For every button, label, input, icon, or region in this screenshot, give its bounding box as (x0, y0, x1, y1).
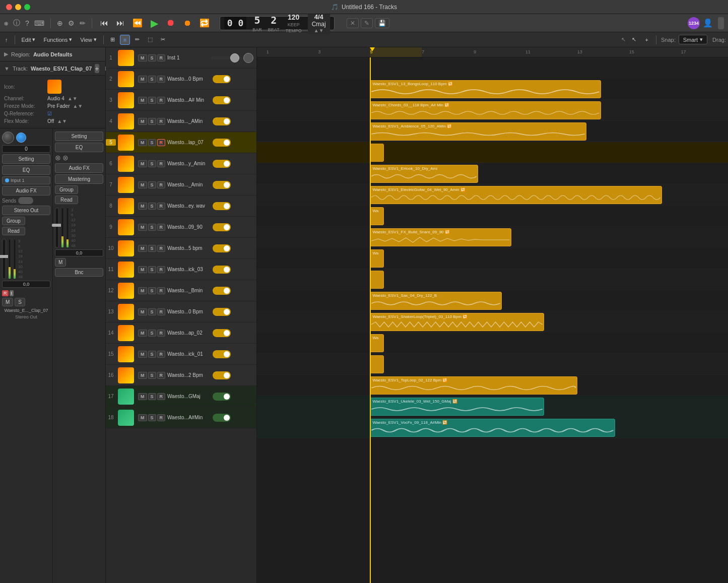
window-controls[interactable] (6, 4, 30, 10)
mute-16[interactable]: M (138, 372, 147, 379)
track-row[interactable]: 17 M S R Waesto...GMaj (106, 386, 256, 407)
setting-button-right[interactable]: Setting (55, 132, 103, 141)
solo-12[interactable]: S (148, 287, 156, 294)
clip-10[interactable]: Wa (370, 249, 384, 268)
mute-7[interactable]: M (138, 181, 147, 188)
view-menu-button[interactable]: View ▾ (77, 35, 100, 44)
mute-button-left[interactable]: M (2, 298, 13, 306)
rec-6[interactable]: R (157, 160, 166, 167)
fader-right[interactable] (55, 208, 59, 248)
track-row[interactable]: 4 M S R Waesto..._AMin (106, 111, 256, 132)
clip-6[interactable]: Waesto_ESV1_EHook_10_Dry_Ami (370, 165, 478, 183)
rec-8[interactable]: R (157, 203, 166, 210)
track-icon-thumbnail[interactable] (47, 80, 61, 94)
pencil-icon-btn[interactable]: ✎ (361, 18, 373, 28)
qref-checkbox[interactable]: ☑ (47, 111, 52, 116)
track-row[interactable]: 16 M S R Waesto...2 Bpm (106, 365, 256, 386)
metronome-icon[interactable]: ⊕ (57, 19, 63, 27)
rewind-button[interactable]: ⏮ (98, 18, 110, 29)
track-row-selected[interactable]: 5 M S R Waesto...lap_07 (106, 132, 256, 153)
close-icon-btn[interactable]: ✕ (347, 18, 359, 28)
track-toggle-12[interactable] (213, 287, 231, 295)
list-view-button[interactable]: ≡ (120, 35, 130, 45)
up-arrow-button[interactable]: ↑ (2, 35, 11, 44)
rec-9[interactable]: R (157, 224, 166, 231)
track-toggle-17[interactable] (213, 393, 231, 401)
track-toggle-14[interactable] (213, 329, 231, 337)
clip-12[interactable]: Waesto_ESV1_Sax_04_Dry_122_B (370, 292, 502, 310)
track-row[interactable]: 14 M S R Waesto...ap_02 (106, 322, 256, 344)
timeline-ruler[interactable]: 1 3 5 7 9 11 13 15 17 (257, 47, 728, 57)
arrange-track-16[interactable]: Waesto_ESV1_TopLoop_02_122 Bpm 🔁 (257, 375, 728, 396)
track-toggle-6[interactable] (213, 160, 231, 168)
track-row[interactable]: 12 M S R Waesto..._Bmin (106, 280, 256, 301)
audiofx-button-left[interactable]: Audio FX (2, 186, 50, 196)
solo-6[interactable]: S (148, 160, 156, 167)
eq-button-left[interactable]: EQ (2, 165, 50, 175)
link-icon[interactable]: ⊗ (55, 154, 61, 162)
clip-5[interactable] (370, 144, 384, 162)
track-row[interactable]: 6 M S R Waesto...y_Amin (106, 153, 256, 174)
fader-left[interactable] (2, 239, 6, 279)
rec-17[interactable]: R (157, 393, 166, 400)
rec-16[interactable]: R (157, 372, 166, 379)
audiofx-button-right[interactable]: Audio FX (55, 163, 103, 173)
rec-12[interactable]: R (157, 287, 166, 294)
add-mode-button[interactable]: + (642, 35, 651, 44)
keyboard-icon[interactable]: ⌨ (34, 19, 44, 27)
mute-4[interactable]: M (138, 118, 147, 125)
rec-10[interactable]: R (157, 245, 166, 252)
close-button[interactable] (6, 4, 12, 10)
read-button-right[interactable]: Read (55, 196, 78, 204)
track-row[interactable]: 1 M S R Inst 1 (106, 47, 256, 69)
functions-menu-button[interactable]: Functions ▾ (40, 35, 75, 44)
track-row[interactable]: 8 M S R Waesto...ey. wav (106, 196, 256, 217)
mute-15[interactable]: M (138, 351, 147, 358)
track-row[interactable]: 10 M S R Waesto...5 bpm (106, 238, 256, 259)
clip-11[interactable] (370, 271, 384, 289)
arrange-track-4[interactable]: Waesto_ESV1_Ambience_05_120_AMin 🔁 (257, 121, 728, 142)
arrange-track-9[interactable]: Waesto_ESV1_FX_Build_Snare_09_90 🔁 (257, 227, 728, 248)
mute-18[interactable]: M (138, 414, 147, 421)
solo-3[interactable]: S (148, 97, 156, 104)
rec-4[interactable]: R (157, 118, 166, 125)
fader-handle-right[interactable] (52, 224, 62, 227)
volume-knob-left[interactable] (2, 132, 14, 144)
user-avatar[interactable]: 1234 (688, 17, 700, 29)
rec-3[interactable]: R (157, 97, 166, 104)
grid-view-button[interactable]: ⊞ (107, 35, 118, 44)
mute-8[interactable]: M (138, 203, 147, 210)
clip-15[interactable] (370, 355, 384, 373)
info-icon[interactable]: ⓘ (13, 19, 20, 28)
solo-7[interactable]: S (148, 181, 156, 188)
region-header[interactable]: ▶ Region: Audio Defaults (0, 47, 105, 61)
rec-13[interactable]: R (157, 308, 166, 315)
arrange-track-13[interactable]: Waesto_ESV1_ShakerLoop(Triplet)_03_110 B… (257, 311, 728, 333)
solo-8[interactable]: S (148, 203, 156, 210)
snap-value-selector[interactable]: Smart ▾ (679, 35, 707, 44)
arrange-track-1[interactable] (257, 57, 728, 79)
solo-10[interactable]: S (148, 245, 156, 252)
clip-4[interactable]: Waesto_ESV1_Ambience_05_120_AMin 🔁 (370, 122, 586, 141)
solo-18[interactable]: S (148, 414, 156, 421)
tuning-icon[interactable]: ⚙ (68, 19, 75, 27)
solo-5[interactable]: S (148, 139, 156, 146)
volume-knob-1[interactable] (230, 53, 239, 62)
mute-17[interactable]: M (138, 393, 147, 400)
stereo-out-button[interactable]: Stereo Out (2, 206, 50, 215)
rec-11[interactable]: R (157, 266, 166, 273)
rec-18[interactable]: R (157, 414, 166, 421)
arrange-track-15[interactable] (257, 354, 728, 375)
track-toggle-9[interactable] (213, 223, 231, 231)
rec-5[interactable]: R (157, 139, 166, 146)
mute-13[interactable]: M (138, 308, 147, 315)
link-icon-2[interactable]: ⊗ (62, 154, 69, 162)
input-monitor-left[interactable]: Input 1 (2, 176, 50, 184)
box-tool-button[interactable]: ⬚ (145, 35, 156, 44)
solo-btn-1[interactable]: S (148, 54, 156, 61)
track-toggle-15[interactable] (213, 350, 231, 358)
solo-16[interactable]: S (148, 372, 156, 379)
track-row[interactable]: 2 M S R Waesto...0 Bpm (106, 69, 256, 90)
track-toggle-11[interactable] (213, 266, 231, 274)
solo-13[interactable]: S (148, 308, 156, 315)
